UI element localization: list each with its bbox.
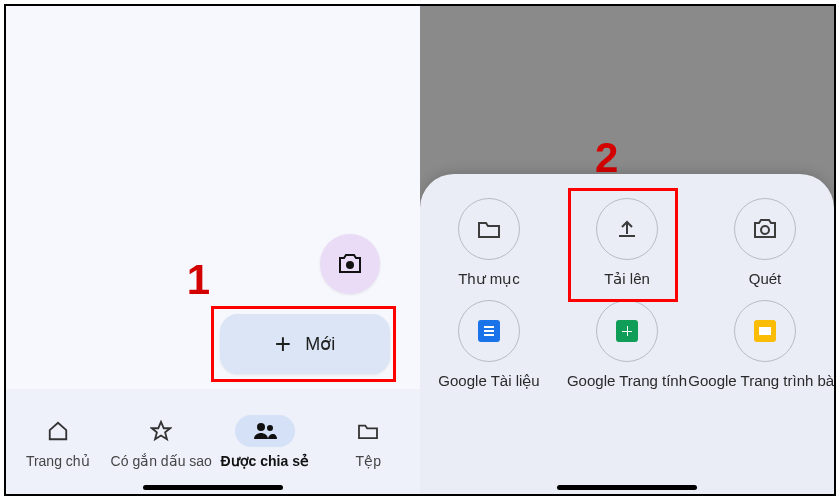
action-google-slides[interactable]: Google Trang trình bày [700,300,830,390]
action-google-sheets[interactable]: Google Trang tính [562,300,692,390]
camera-icon [337,253,363,275]
bottom-nav: Trang chủ Có gắn dấu sao Được chia sẻ Tệ… [6,389,420,494]
svg-point-1 [257,423,265,431]
plus-icon: + [275,328,291,360]
nav-label: Được chia sẻ [221,453,309,469]
star-icon [150,420,172,442]
camera-icon [752,218,778,240]
annotation-marker-1: 1 [187,256,210,304]
sheets-icon [616,320,638,342]
nav-starred[interactable]: Có gắn dấu sao [110,389,214,494]
nav-label: Tệp [356,453,381,469]
gesture-bar [557,485,697,490]
folder-icon [477,219,501,239]
nav-files[interactable]: Tệp [317,389,421,494]
new-button[interactable]: + Mới [220,314,390,374]
new-bottom-sheet: Thư mục Tải lên Quét Google Tài liệu [420,174,834,494]
action-folder[interactable]: Thư mục [424,198,554,288]
action-google-docs[interactable]: Google Tài liệu [424,300,554,390]
svg-point-3 [761,226,769,234]
action-label: Google Tài liệu [438,372,539,390]
action-label: Quét [749,270,782,287]
home-icon [47,420,69,442]
action-label: Google Trang trình bày [688,372,834,389]
nav-label: Trang chủ [26,453,90,469]
gesture-bar [143,485,283,490]
nav-home[interactable]: Trang chủ [6,389,110,494]
screen-1-shared: 1 + Mới Trang chủ Có gắn dấu sao Được ch… [6,6,420,494]
camera-scan-button[interactable] [320,234,380,294]
action-label: Thư mục [458,270,520,288]
slides-icon [754,320,776,342]
folder-icon [357,422,379,440]
action-scan[interactable]: Quét [700,198,830,288]
screen-2-new-sheet: 2 Thư mục Tải lên Quét [420,6,834,494]
nav-label: Có gắn dấu sao [111,453,212,469]
people-icon [253,421,277,441]
docs-icon [478,320,500,342]
svg-point-2 [267,425,273,431]
action-label: Google Trang tính [567,372,687,389]
annotation-highlight-2 [568,188,678,302]
new-button-label: Mới [305,333,335,355]
svg-point-0 [346,261,354,269]
nav-shared[interactable]: Được chia sẻ [213,389,317,494]
